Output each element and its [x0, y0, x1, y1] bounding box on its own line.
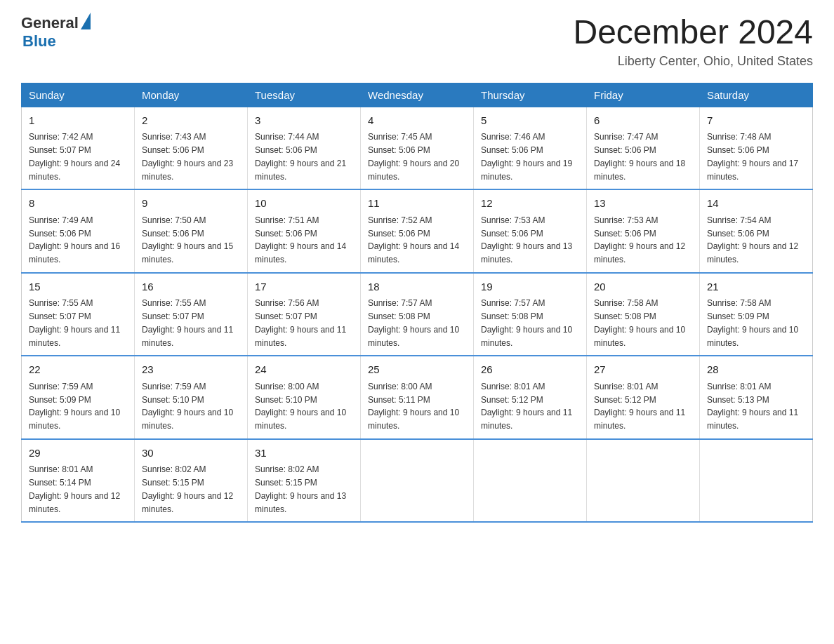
calendar-cell: 26Sunrise: 8:01 AMSunset: 5:12 PMDayligh…: [474, 356, 587, 439]
calendar-cell: 31Sunrise: 8:02 AMSunset: 5:15 PMDayligh…: [248, 439, 361, 523]
day-info: Sunrise: 7:45 AMSunset: 5:06 PMDaylight:…: [368, 132, 459, 181]
calendar-cell: 10Sunrise: 7:51 AMSunset: 5:06 PMDayligh…: [248, 189, 361, 273]
day-number: 21: [707, 279, 805, 295]
calendar-week-row: 15Sunrise: 7:55 AMSunset: 5:07 PMDayligh…: [22, 273, 813, 356]
day-number: 7: [707, 113, 805, 129]
day-number: 29: [29, 445, 127, 462]
weekday-header-monday: Monday: [135, 83, 248, 107]
day-number: 31: [255, 445, 353, 462]
day-number: 13: [594, 196, 692, 212]
day-number: 6: [594, 113, 692, 129]
calendar-cell: 16Sunrise: 7:55 AMSunset: 5:07 PMDayligh…: [135, 273, 248, 356]
logo-general: General: [21, 14, 79, 32]
logo: General Blue: [21, 14, 91, 51]
day-info: Sunrise: 7:56 AMSunset: 5:07 PMDaylight:…: [255, 298, 346, 347]
day-info: Sunrise: 8:01 AMSunset: 5:12 PMDaylight:…: [481, 382, 572, 431]
calendar-cell: 5Sunrise: 7:46 AMSunset: 5:06 PMDaylight…: [474, 107, 587, 189]
calendar-cell: 11Sunrise: 7:52 AMSunset: 5:06 PMDayligh…: [361, 189, 474, 273]
day-number: 25: [368, 362, 466, 378]
calendar-header: SundayMondayTuesdayWednesdayThursdayFrid…: [22, 83, 813, 107]
calendar-cell: 27Sunrise: 8:01 AMSunset: 5:12 PMDayligh…: [587, 356, 700, 439]
day-info: Sunrise: 7:42 AMSunset: 5:07 PMDaylight:…: [29, 132, 120, 181]
day-info: Sunrise: 7:55 AMSunset: 5:07 PMDaylight:…: [29, 298, 120, 347]
day-number: 26: [481, 362, 579, 378]
calendar-cell: 17Sunrise: 7:56 AMSunset: 5:07 PMDayligh…: [248, 273, 361, 356]
day-info: Sunrise: 7:58 AMSunset: 5:09 PMDaylight:…: [707, 298, 798, 347]
calendar-cell: 2Sunrise: 7:43 AMSunset: 5:06 PMDaylight…: [135, 107, 248, 189]
month-title: December 2024: [573, 14, 813, 51]
day-number: 10: [255, 196, 353, 212]
day-info: Sunrise: 7:51 AMSunset: 5:06 PMDaylight:…: [255, 215, 346, 264]
day-number: 12: [481, 196, 579, 212]
day-info: Sunrise: 7:53 AMSunset: 5:06 PMDaylight:…: [481, 215, 572, 264]
day-number: 16: [142, 279, 240, 295]
calendar-cell: 25Sunrise: 8:00 AMSunset: 5:11 PMDayligh…: [361, 356, 474, 439]
calendar-week-row: 29Sunrise: 8:01 AMSunset: 5:14 PMDayligh…: [22, 439, 813, 523]
day-number: 18: [368, 279, 466, 295]
calendar-week-row: 1Sunrise: 7:42 AMSunset: 5:07 PMDaylight…: [22, 107, 813, 189]
calendar-cell: 4Sunrise: 7:45 AMSunset: 5:06 PMDaylight…: [361, 107, 474, 189]
day-info: Sunrise: 7:43 AMSunset: 5:06 PMDaylight:…: [142, 132, 233, 181]
weekday-header-saturday: Saturday: [700, 83, 813, 107]
day-info: Sunrise: 7:48 AMSunset: 5:06 PMDaylight:…: [707, 132, 798, 181]
day-info: Sunrise: 7:52 AMSunset: 5:06 PMDaylight:…: [368, 215, 459, 264]
day-number: 23: [142, 362, 240, 378]
calendar-cell: [361, 439, 474, 523]
day-number: 22: [29, 362, 127, 378]
weekday-header-friday: Friday: [587, 83, 700, 107]
weekday-header-row: SundayMondayTuesdayWednesdayThursdayFrid…: [22, 83, 813, 107]
calendar-week-row: 22Sunrise: 7:59 AMSunset: 5:09 PMDayligh…: [22, 356, 813, 439]
day-number: 8: [29, 196, 127, 212]
day-number: 24: [255, 362, 353, 378]
calendar-cell: 28Sunrise: 8:01 AMSunset: 5:13 PMDayligh…: [700, 356, 813, 439]
day-number: 9: [142, 196, 240, 212]
weekday-header-wednesday: Wednesday: [361, 83, 474, 107]
calendar-cell: [700, 439, 813, 523]
day-info: Sunrise: 7:54 AMSunset: 5:06 PMDaylight:…: [707, 215, 798, 264]
calendar-cell: 19Sunrise: 7:57 AMSunset: 5:08 PMDayligh…: [474, 273, 587, 356]
day-number: 20: [594, 279, 692, 295]
weekday-header-thursday: Thursday: [474, 83, 587, 107]
day-info: Sunrise: 7:55 AMSunset: 5:07 PMDaylight:…: [142, 298, 233, 347]
day-number: 4: [368, 113, 466, 129]
page-header: General Blue December 2024 Liberty Cente…: [21, 14, 813, 69]
day-number: 1: [29, 113, 127, 129]
calendar-cell: 3Sunrise: 7:44 AMSunset: 5:06 PMDaylight…: [248, 107, 361, 189]
day-number: 19: [481, 279, 579, 295]
day-number: 28: [707, 362, 805, 378]
weekday-header-sunday: Sunday: [22, 83, 135, 107]
calendar-cell: [474, 439, 587, 523]
title-block: December 2024 Liberty Center, Ohio, Unit…: [573, 14, 813, 69]
calendar-cell: 15Sunrise: 7:55 AMSunset: 5:07 PMDayligh…: [22, 273, 135, 356]
day-info: Sunrise: 7:59 AMSunset: 5:10 PMDaylight:…: [142, 382, 233, 431]
day-number: 17: [255, 279, 353, 295]
calendar-cell: 9Sunrise: 7:50 AMSunset: 5:06 PMDaylight…: [135, 189, 248, 273]
day-info: Sunrise: 7:58 AMSunset: 5:08 PMDaylight:…: [594, 298, 685, 347]
day-number: 5: [481, 113, 579, 129]
calendar-cell: 29Sunrise: 8:01 AMSunset: 5:14 PMDayligh…: [22, 439, 135, 523]
day-number: 14: [707, 196, 805, 212]
day-info: Sunrise: 7:49 AMSunset: 5:06 PMDaylight:…: [29, 215, 120, 264]
calendar-cell: 8Sunrise: 7:49 AMSunset: 5:06 PMDaylight…: [22, 189, 135, 273]
calendar-cell: [587, 439, 700, 523]
calendar-cell: 18Sunrise: 7:57 AMSunset: 5:08 PMDayligh…: [361, 273, 474, 356]
weekday-header-tuesday: Tuesday: [248, 83, 361, 107]
day-info: Sunrise: 7:47 AMSunset: 5:06 PMDaylight:…: [594, 132, 685, 181]
day-number: 15: [29, 279, 127, 295]
calendar-body: 1Sunrise: 7:42 AMSunset: 5:07 PMDaylight…: [22, 107, 813, 522]
day-info: Sunrise: 7:57 AMSunset: 5:08 PMDaylight:…: [481, 298, 572, 347]
day-info: Sunrise: 7:53 AMSunset: 5:06 PMDaylight:…: [594, 215, 685, 264]
day-info: Sunrise: 8:00 AMSunset: 5:11 PMDaylight:…: [368, 382, 459, 431]
day-info: Sunrise: 7:57 AMSunset: 5:08 PMDaylight:…: [368, 298, 459, 347]
day-info: Sunrise: 8:00 AMSunset: 5:10 PMDaylight:…: [255, 382, 346, 431]
day-number: 27: [594, 362, 692, 378]
day-info: Sunrise: 8:01 AMSunset: 5:14 PMDaylight:…: [29, 464, 120, 514]
day-info: Sunrise: 7:44 AMSunset: 5:06 PMDaylight:…: [255, 132, 346, 181]
day-number: 30: [142, 445, 240, 462]
day-info: Sunrise: 8:02 AMSunset: 5:15 PMDaylight:…: [255, 464, 346, 514]
day-info: Sunrise: 7:50 AMSunset: 5:06 PMDaylight:…: [142, 215, 233, 264]
day-info: Sunrise: 7:59 AMSunset: 5:09 PMDaylight:…: [29, 382, 120, 431]
logo-triangle-icon: [81, 13, 91, 29]
calendar-cell: 12Sunrise: 7:53 AMSunset: 5:06 PMDayligh…: [474, 189, 587, 273]
calendar-cell: 21Sunrise: 7:58 AMSunset: 5:09 PMDayligh…: [700, 273, 813, 356]
